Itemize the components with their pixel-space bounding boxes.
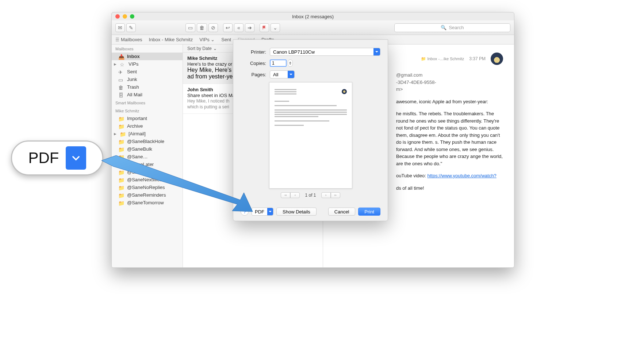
sidebar-inbox[interactable]: 📥Inbox bbox=[112, 53, 183, 60]
junk-icon: ▭ bbox=[118, 77, 124, 82]
inbox-icon: 📥 bbox=[118, 54, 124, 59]
callout-label: PDF bbox=[28, 149, 59, 167]
search-icon: 🔍 bbox=[441, 25, 446, 30]
sidebar-folder[interactable]: 📁@SaneNoReplies bbox=[112, 184, 183, 191]
folder-icon: 📁 bbox=[118, 193, 124, 198]
fav-sent[interactable]: Sent bbox=[221, 37, 231, 42]
disclosure-icon[interactable]: ▶ bbox=[114, 62, 117, 66]
folder-icon: 📁 bbox=[118, 147, 124, 152]
pager-next-group[interactable]: ››› bbox=[321, 192, 340, 198]
sidebar: Mailboxes 📥Inbox ▶☆VIPs ✈Sent ▭Junk 🗑Tra… bbox=[112, 45, 183, 267]
chevron-down-icon bbox=[373, 48, 380, 55]
folder-icon: 📁 bbox=[118, 177, 124, 182]
sidebar-trash[interactable]: 🗑Trash bbox=[112, 83, 183, 91]
fav-vips[interactable]: VIPs ⌄ bbox=[199, 37, 215, 42]
avatar bbox=[491, 53, 503, 65]
copies-input[interactable] bbox=[270, 59, 287, 67]
folder-icon: 📁 bbox=[118, 185, 124, 190]
print-button[interactable]: Print bbox=[358, 208, 380, 216]
folder-icon: 📁 bbox=[118, 162, 124, 167]
folder-icon: 📁 bbox=[118, 154, 124, 159]
folder-icon: 📁 bbox=[118, 200, 124, 205]
printer-label: Printer: bbox=[241, 49, 266, 55]
sidebar-folder[interactable]: ▶📁[Airmail] bbox=[112, 130, 183, 138]
fav-mailboxes[interactable]: ☰Mailboxes bbox=[115, 37, 142, 42]
pager-prev-group[interactable]: ‹‹‹ bbox=[281, 192, 300, 198]
cancel-button[interactable]: Cancel bbox=[328, 208, 355, 216]
pages-label: Pages: bbox=[241, 72, 266, 77]
window-title: Inbox (2 messages) bbox=[112, 14, 514, 19]
chevron-down-icon bbox=[288, 71, 294, 78]
sidebar-vips[interactable]: ▶☆VIPs bbox=[112, 60, 183, 68]
sent-icon: ✈ bbox=[118, 69, 124, 74]
sidebar-folder[interactable]: 📁@SaneLater bbox=[112, 161, 183, 168]
chevron-down-icon bbox=[267, 208, 273, 215]
archive-button[interactable]: ▭ bbox=[185, 23, 195, 32]
youtube-link[interactable]: https://www.youtube.com/watch? bbox=[428, 173, 497, 178]
sidebar-junk[interactable]: ▭Junk bbox=[112, 76, 183, 83]
delete-button[interactable]: 🗑 bbox=[197, 23, 207, 32]
printer-select[interactable]: Canon LBP7110Cw bbox=[270, 48, 380, 56]
reader-folder: 📁 Inbox -…ike Schmitz bbox=[421, 57, 464, 61]
sidebar-folder[interactable]: 📁Important bbox=[112, 115, 183, 122]
sidebar-section-account: Mike Schmitz bbox=[112, 107, 183, 115]
reader-to-tail: m> bbox=[396, 86, 503, 93]
sidebar-folder[interactable]: 📁Archive bbox=[112, 122, 183, 130]
disclosure-icon[interactable]: ▶ bbox=[114, 132, 117, 136]
reader-time: 3:37 PM bbox=[469, 56, 486, 61]
folder-icon: 📁 bbox=[118, 124, 124, 129]
folder-icon: 📁 bbox=[118, 170, 124, 175]
sidebar-sent[interactable]: ✈Sent bbox=[112, 68, 183, 76]
compose-button[interactable]: ✎ bbox=[126, 23, 136, 32]
preview-page bbox=[269, 82, 352, 189]
star-icon: ☆ bbox=[120, 62, 126, 67]
sidebar-folder[interactable]: 📁@Sane… bbox=[112, 153, 183, 161]
flag-menu-button[interactable]: ⌄ bbox=[271, 23, 280, 32]
folder-icon: 📁 bbox=[118, 139, 124, 144]
copies-stepper[interactable] bbox=[288, 59, 293, 67]
sidebar-folder[interactable]: 📁@SaneTomorrow bbox=[112, 199, 183, 206]
toolbar: ✉ ✎ ▭ 🗑 ⊘ ↩ « ➔ ⌄ 🔍 Search bbox=[112, 20, 514, 35]
callout-pdf: PDF bbox=[11, 140, 103, 175]
forward-button[interactable]: ➔ bbox=[245, 23, 254, 32]
sidebar-folder[interactable]: 📁@SaneBlackHole bbox=[112, 138, 183, 145]
tray-icon: 🗄 bbox=[118, 92, 124, 97]
copies-label: Copies: bbox=[241, 61, 266, 66]
help-button[interactable]: ? bbox=[241, 208, 249, 216]
sidebar-folder[interactable]: 📁@SaneReminders bbox=[112, 191, 183, 199]
print-dialog: Printer: Canon LBP7110Cw Copies: Pages: … bbox=[233, 39, 388, 221]
chevron-down-icon: ⌄ bbox=[213, 46, 217, 51]
callout-dropdown-icon bbox=[66, 146, 86, 170]
trash-icon: 🗑 bbox=[118, 85, 124, 90]
sidebar-folder[interactable]: 📁@SaneNextWeek bbox=[112, 176, 183, 184]
sidebar-folder[interactable]: 📁@SaneBulk bbox=[112, 145, 183, 153]
show-details-button[interactable]: Show Details bbox=[276, 208, 317, 216]
pdf-menu-button[interactable]: PDF bbox=[252, 208, 273, 216]
avatar bbox=[342, 89, 347, 94]
reply-all-button[interactable]: « bbox=[234, 23, 244, 32]
reader-id-tail: -3D47-4DE6-9558- bbox=[396, 79, 503, 86]
folder-icon: 📁 bbox=[118, 116, 124, 121]
page-counter: 1 of 1 bbox=[305, 193, 316, 198]
reader-from-tail: @gmail.com bbox=[396, 72, 503, 79]
print-preview: ‹‹‹ 1 of 1 ››› bbox=[241, 82, 380, 203]
titlebar: Inbox (2 messages) bbox=[112, 12, 514, 20]
search-placeholder: Search bbox=[449, 25, 464, 30]
sidebar-folder[interactable]: 📁@SaneNews bbox=[112, 168, 183, 176]
fav-inbox-account[interactable]: Inbox - Mike Schmitz bbox=[149, 37, 193, 42]
sidebar-section-smart: Smart Mailboxes bbox=[112, 99, 183, 107]
get-mail-button[interactable]: ✉ bbox=[115, 23, 125, 32]
reply-button[interactable]: ↩ bbox=[223, 23, 233, 32]
pages-select[interactable]: All bbox=[270, 70, 295, 78]
flag-button[interactable] bbox=[260, 23, 269, 32]
search-field[interactable]: 🔍 Search bbox=[394, 23, 510, 32]
folder-icon: 📁 bbox=[120, 131, 126, 136]
sidebar-section-mailboxes: Mailboxes bbox=[112, 45, 183, 53]
sidebar-allmail[interactable]: 🗄All Mail bbox=[112, 91, 183, 99]
junk-button[interactable]: ⊘ bbox=[208, 23, 218, 32]
